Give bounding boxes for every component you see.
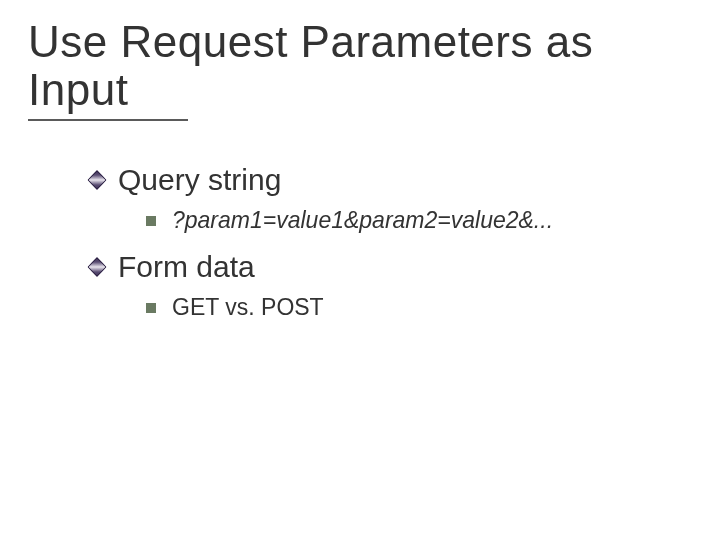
slide-body: Query string ?param1=value1&param2=value… [28,163,692,321]
subbullet-get-vs-post: GET vs. POST [146,294,692,321]
slide-title: Use Request Parameters as Input [28,18,692,113]
square-bullet-icon [146,303,156,313]
square-bullet-icon [146,216,156,226]
diamond-bullet-icon [87,170,107,190]
bullet-form-data: Form data [90,250,692,284]
slide-container: Use Request Parameters as Input Query st… [0,0,720,540]
bullet-label: Query string [118,163,281,197]
bullet-label: Form data [118,250,255,284]
subbullet-query-string-example: ?param1=value1&param2=value2&... [146,207,692,234]
title-underline [28,119,188,121]
subbullet-label: ?param1=value1&param2=value2&... [172,207,553,234]
diamond-bullet-icon [87,257,107,277]
bullet-query-string: Query string [90,163,692,197]
subbullet-label: GET vs. POST [172,294,324,321]
